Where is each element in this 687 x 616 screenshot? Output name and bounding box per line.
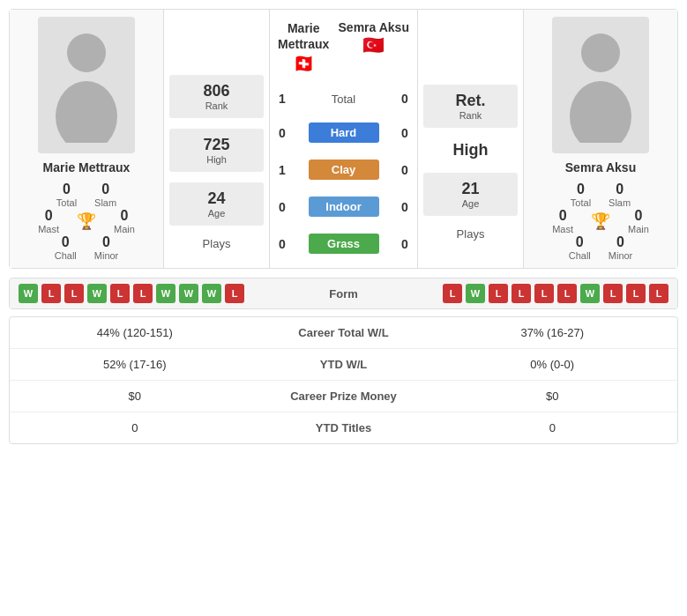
right-total-label: Total <box>571 197 591 208</box>
right-flag: 🇹🇷 <box>362 35 385 55</box>
right-plays-label: Plays <box>457 227 485 241</box>
right-player-avatar <box>552 17 649 153</box>
left-chall-label: Chall <box>55 250 77 261</box>
clay-stat-row: 1 Clay 0 <box>273 156 414 183</box>
svg-point-2 <box>581 33 620 72</box>
center-left-name: Marie Mettraux 🇨🇭 <box>278 20 329 75</box>
left-total-stat: 0 Total <box>56 182 77 208</box>
left-mast-stat: 0 Mast <box>38 208 59 234</box>
form-badge-left: L <box>225 284 244 303</box>
svg-point-3 <box>570 81 631 143</box>
left-slam-value: 0 <box>101 182 109 197</box>
right-main-label: Main <box>628 224 649 234</box>
form-right-sequence: LWLLLLWLLL <box>388 284 669 303</box>
right-slam-label: Slam <box>609 197 631 208</box>
right-minor-label: Minor <box>609 250 633 261</box>
form-badge-left: W <box>87 284 107 303</box>
left-stats-row3: 0 Chall 0 Minor <box>55 234 119 261</box>
left-trophy-icon: 🏆 <box>77 212 96 231</box>
left-mid-panel: 806 Rank 725 High 24 Age Plays <box>164 10 270 268</box>
right-rank-label: Rank <box>423 110 518 121</box>
right-trophy-row: 0 Mast 🏆 0 Main <box>552 208 649 234</box>
stat-label: YTD Titles <box>256 421 432 434</box>
right-slam-value: 0 <box>616 182 624 197</box>
right-player-name: Semra Aksu <box>565 160 636 174</box>
form-label: Form <box>300 287 388 301</box>
right-minor-stat: 0 Minor <box>609 234 633 261</box>
right-player-panel: Semra Aksu 0 Total 0 Slam 0 Mast 🏆 0 <box>523 10 677 268</box>
left-slam-label: Slam <box>94 197 116 208</box>
total-label: Total <box>313 93 375 106</box>
stat-label: Career Total W/L <box>256 326 432 339</box>
stats-table-row: 0 YTD Titles 0 <box>10 412 677 443</box>
right-mast-label: Mast <box>552 224 573 234</box>
right-stats-row1: 0 Total 0 Slam <box>571 182 631 208</box>
left-high-label: High <box>169 154 264 165</box>
left-high-block: 725 High <box>169 129 264 172</box>
right-mast-stat: 0 Mast <box>552 208 573 234</box>
clay-badge: Clay <box>309 160 379 180</box>
left-age-value: 24 <box>169 189 264 208</box>
left-player-avatar <box>38 17 135 153</box>
form-badge-right: L <box>557 284 577 303</box>
right-age-block: 21 Age <box>423 173 518 216</box>
stat-left-value: 0 <box>14 421 256 434</box>
stat-left-value: 44% (120-151) <box>14 326 256 339</box>
left-minor-value: 0 <box>102 234 110 250</box>
form-badge-left: W <box>179 284 198 303</box>
left-mast-label: Mast <box>38 224 59 234</box>
right-mid-panel: Ret. Rank High 21 Age Plays <box>417 10 523 268</box>
left-flag: 🇨🇭 <box>293 54 315 73</box>
form-badge-left: L <box>133 284 153 303</box>
right-rank-value: Ret. <box>423 92 518 110</box>
left-minor-label: Minor <box>94 250 119 261</box>
right-stats-row3: 0 Chall 0 Minor <box>569 234 633 261</box>
grass-right-val: 0 <box>396 237 414 251</box>
total-right-val: 0 <box>396 92 414 106</box>
left-rank-block: 806 Rank <box>169 75 264 118</box>
stat-right-value: 37% (16-27) <box>432 326 674 339</box>
form-left-sequence: WLLWLLWWWL <box>19 284 300 303</box>
right-total-stat: 0 Total <box>571 182 591 208</box>
indoor-badge: Indoor <box>309 197 379 217</box>
left-total-label: Total <box>56 197 77 208</box>
form-badge-left: L <box>110 284 130 303</box>
stat-right-value: $0 <box>432 390 674 403</box>
form-badge-left: W <box>156 284 175 303</box>
right-total-value: 0 <box>577 182 585 197</box>
left-high-value: 725 <box>169 136 264 154</box>
right-mast-value: 0 <box>559 208 567 224</box>
form-badge-right: L <box>489 284 508 303</box>
svg-point-1 <box>56 81 117 143</box>
indoor-stat-row: 0 Indoor 0 <box>273 193 414 220</box>
hard-left-val: 0 <box>273 126 291 140</box>
left-rank-value: 806 <box>169 82 264 100</box>
form-badge-right: L <box>512 284 531 303</box>
form-row: WLLWLLWWWL Form LWLLLLWLLL <box>10 278 677 308</box>
right-age-value: 21 <box>423 180 518 198</box>
stat-label: YTD W/L <box>256 358 432 371</box>
right-slam-stat: 0 Slam <box>609 182 631 208</box>
right-main-stat: 0 Main <box>628 208 649 234</box>
left-slam-stat: 0 Slam <box>94 182 116 208</box>
total-stat-row: 1 Total 0 <box>273 88 414 109</box>
form-badge-right: W <box>466 284 485 303</box>
left-chall-value: 0 <box>62 234 70 250</box>
stats-table-row: 52% (17-16) YTD W/L 0% (0-0) <box>10 349 677 381</box>
hard-stat-row: 0 Hard 0 <box>273 119 414 146</box>
stat-left-value: $0 <box>14 390 256 403</box>
hard-badge: Hard <box>309 122 379 143</box>
left-age-label: Age <box>169 208 264 219</box>
indoor-right-val: 0 <box>396 200 414 214</box>
left-main-stat: 0 Main <box>114 208 135 234</box>
left-stats-row1: 0 Total 0 Slam <box>56 182 116 208</box>
right-high-block: High <box>453 136 489 165</box>
form-badge-left: W <box>19 284 38 303</box>
form-badge-right: W <box>580 284 600 303</box>
stats-table-row: $0 Career Prize Money $0 <box>10 381 677 412</box>
right-age-label: Age <box>423 198 518 209</box>
left-trophy-row: 0 Mast 🏆 0 Main <box>38 208 135 234</box>
stats-table-row: 44% (120-151) Career Total W/L 37% (16-2… <box>10 317 677 349</box>
grass-left-val: 0 <box>273 237 291 251</box>
left-age-block: 24 Age <box>169 182 264 226</box>
